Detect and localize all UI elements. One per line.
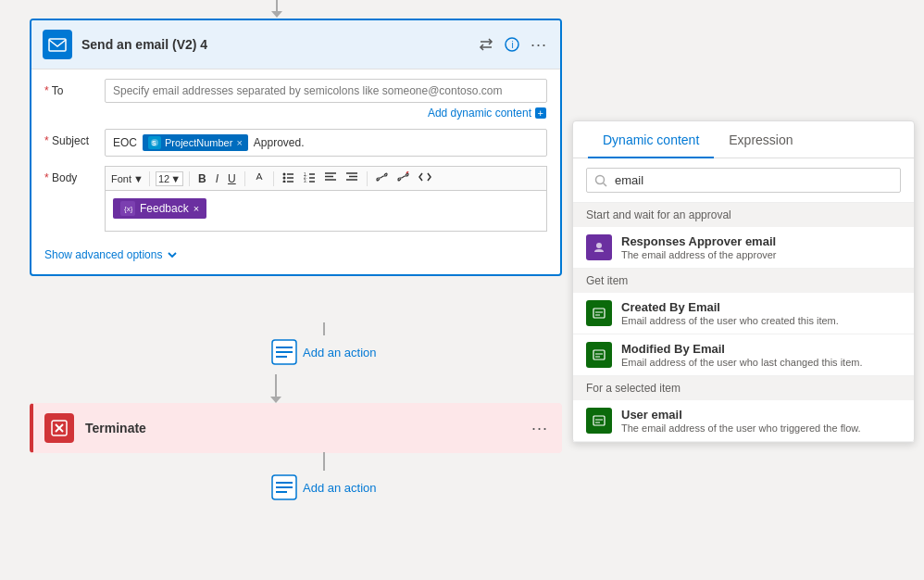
bullet-list-button[interactable] bbox=[280, 170, 297, 187]
search-input[interactable] bbox=[615, 173, 893, 187]
code-button[interactable] bbox=[416, 170, 434, 187]
card-header: Send an email (V2) 4 i bbox=[31, 20, 560, 69]
bullet-list-icon bbox=[282, 171, 294, 183]
terminate-title: Terminate bbox=[85, 421, 530, 435]
add-dynamic-icon: + bbox=[534, 107, 547, 120]
svg-point-10 bbox=[282, 173, 285, 176]
terminate-card: Terminate ··· bbox=[30, 403, 562, 453]
subject-suffix: Approved. bbox=[254, 136, 305, 149]
svg-text:+: + bbox=[538, 107, 543, 119]
user-email-desc: The email address of the user who trigge… bbox=[621, 422, 901, 434]
terminate-more-button[interactable]: ··· bbox=[530, 417, 550, 440]
arrow-line-2 bbox=[275, 374, 277, 397]
panel-search-wrap bbox=[573, 158, 914, 203]
link-button[interactable] bbox=[373, 170, 391, 187]
user-email-info: User email The email address of the user… bbox=[621, 408, 901, 434]
svg-text:3.: 3. bbox=[304, 179, 307, 183]
to-label: * To bbox=[44, 79, 105, 97]
color-button[interactable] bbox=[251, 170, 268, 187]
svg-point-43 bbox=[596, 175, 605, 183]
body-toolbar: Font ▼ 12 ▼ B I U bbox=[105, 166, 547, 190]
subject-prefix: EOC bbox=[113, 136, 137, 149]
feedback-icon: {x} bbox=[120, 201, 135, 216]
svg-rect-46 bbox=[593, 309, 605, 318]
unlink-button[interactable] bbox=[394, 170, 412, 187]
add-action-button-2[interactable]: Add an action bbox=[264, 471, 384, 504]
tab-expression[interactable]: Expression bbox=[714, 121, 807, 158]
show-advanced-options[interactable]: Show advanced options bbox=[44, 241, 547, 265]
italic-button[interactable]: I bbox=[213, 170, 221, 187]
toolbar-sep-5 bbox=[367, 171, 368, 186]
link-icon bbox=[376, 171, 388, 183]
bottom-line bbox=[323, 452, 325, 471]
font-dropdown-icon: ▼ bbox=[133, 173, 144, 184]
font-size-arrow: ▼ bbox=[170, 173, 181, 184]
svg-point-12 bbox=[282, 177, 285, 180]
to-input-wrap: Add dynamic content + bbox=[105, 79, 547, 120]
panel-item-modified-by-email[interactable]: Modified By Email Email address of the u… bbox=[573, 334, 914, 376]
align-left-button[interactable] bbox=[322, 170, 340, 187]
align-right-icon bbox=[346, 171, 358, 183]
token-label: ProjectNumber bbox=[165, 137, 232, 148]
add-action-label-1: Add an action bbox=[303, 346, 377, 359]
svg-rect-35 bbox=[276, 356, 287, 358]
add-action-button-1[interactable]: Add an action bbox=[264, 335, 384, 369]
font-selector[interactable]: Font ▼ bbox=[111, 173, 144, 184]
body-content-area[interactable]: {x} Feedback × bbox=[105, 190, 547, 232]
panel-item-created-by-email[interactable]: Created By Email Email address of the us… bbox=[573, 293, 914, 334]
add-action-label-2: Add an action bbox=[303, 481, 377, 495]
font-size-selector[interactable]: 12 ▼ bbox=[156, 171, 183, 186]
modified-by-email-desc: Email address of the user who last chang… bbox=[621, 357, 901, 368]
created-by-email-desc: Email address of the user who created th… bbox=[621, 315, 901, 326]
svg-line-44 bbox=[604, 183, 607, 186]
svg-point-45 bbox=[596, 243, 602, 248]
swap-button[interactable] bbox=[477, 35, 495, 54]
align-left-icon bbox=[325, 171, 337, 183]
numbered-list-button[interactable]: 1. 2. 3. bbox=[301, 170, 318, 187]
section-header-get-item: Get item bbox=[573, 269, 914, 293]
search-icon bbox=[594, 174, 607, 187]
align-right-button[interactable] bbox=[343, 170, 361, 187]
panel-item-user-email[interactable]: User email The email address of the user… bbox=[573, 400, 914, 442]
modified-icon-svg bbox=[592, 347, 606, 362]
font-label: Font bbox=[111, 173, 131, 184]
chevron-down-icon bbox=[167, 249, 178, 260]
toolbar-sep-2 bbox=[189, 171, 190, 186]
add-action-icon-2 bbox=[271, 474, 297, 500]
svg-rect-41 bbox=[276, 486, 293, 488]
underline-button[interactable]: U bbox=[225, 170, 239, 187]
token-remove[interactable]: × bbox=[236, 137, 242, 148]
tab-dynamic-content[interactable]: Dynamic content bbox=[588, 121, 714, 158]
svg-text:S: S bbox=[152, 140, 156, 146]
approver-icon-svg bbox=[592, 240, 606, 255]
subject-required-star: * bbox=[44, 134, 49, 147]
body-input-wrap: Font ▼ 12 ▼ B I U bbox=[105, 166, 547, 232]
bold-button[interactable]: B bbox=[195, 170, 209, 187]
toolbar-sep-4 bbox=[273, 171, 274, 186]
token-inner-icon: S bbox=[150, 138, 159, 147]
created-icon-svg bbox=[592, 306, 606, 321]
feedback-remove[interactable]: × bbox=[194, 203, 199, 214]
dynamic-content-link[interactable]: Add dynamic content + bbox=[105, 107, 547, 120]
svg-text:i: i bbox=[511, 40, 513, 50]
modified-by-email-info: Modified By Email Email address of the u… bbox=[621, 342, 901, 368]
search-input-wrap bbox=[586, 168, 901, 193]
to-input[interactable] bbox=[105, 79, 547, 103]
subject-field[interactable]: EOC S ProjectNumber × Approved. bbox=[105, 129, 547, 157]
code-icon bbox=[418, 171, 431, 183]
to-field-row: * To Add dynamic content + bbox=[44, 79, 547, 120]
more-button[interactable]: ··· bbox=[529, 33, 549, 57]
email-card-icon bbox=[43, 30, 72, 59]
send-email-card: Send an email (V2) 4 i bbox=[30, 19, 562, 276]
svg-point-14 bbox=[282, 181, 285, 183]
font-size-value: 12 bbox=[158, 173, 169, 184]
bottom-connector: Add an action bbox=[264, 452, 384, 504]
user-email-icon bbox=[586, 408, 612, 434]
project-number-token: S ProjectNumber × bbox=[143, 134, 248, 151]
toolbar-sep-1 bbox=[149, 171, 150, 186]
panel-item-responses-approver-email[interactable]: Responses Approver email The email addre… bbox=[573, 227, 914, 269]
info-button[interactable]: i bbox=[503, 35, 521, 54]
add-dynamic-label: Add dynamic content bbox=[428, 107, 531, 120]
token-icon: S bbox=[148, 136, 161, 149]
body-field-row: * Body Font ▼ 12 ▼ bbox=[44, 166, 547, 232]
